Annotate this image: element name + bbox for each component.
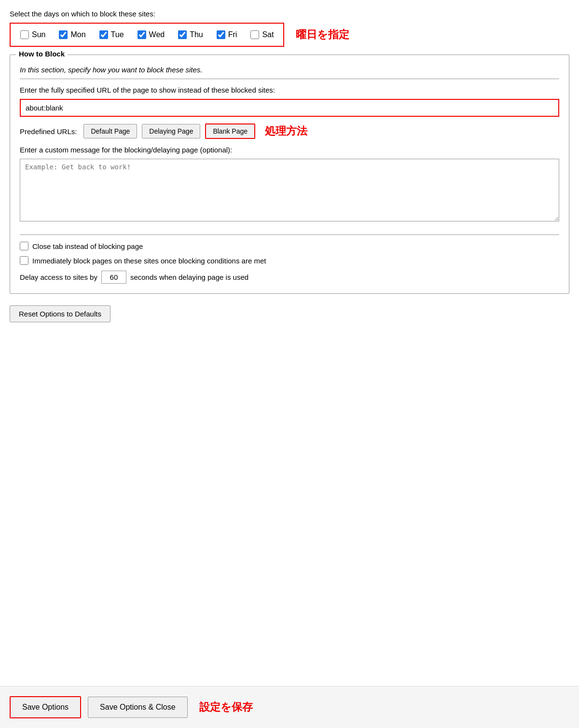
delaying-page-button[interactable]: Delaying Page	[142, 124, 200, 138]
delay-row: Delay access to sites by seconds when de…	[20, 271, 559, 284]
save-close-button[interactable]: Save Options & Close	[88, 697, 188, 718]
checkbox-sun[interactable]	[20, 30, 29, 39]
day-item-mon[interactable]: Mon	[59, 30, 85, 39]
immediately-checkbox[interactable]	[20, 256, 28, 265]
delay-suffix: seconds when delaying page is used	[130, 273, 248, 281]
delay-input[interactable]	[101, 271, 126, 284]
days-checkboxes-box: Sun Mon Tue Wed Thu	[10, 23, 284, 47]
divider-2	[20, 234, 559, 235]
delay-prefix: Delay access to sites by	[20, 273, 97, 281]
reset-section: Reset Options to Defaults	[10, 305, 569, 332]
day-label-fri: Fri	[228, 30, 237, 39]
processing-annotation: 処理方法	[265, 124, 307, 138]
day-label-sun: Sun	[32, 30, 45, 39]
save-section: Save Options Save Options & Close 設定を保存	[0, 686, 579, 728]
day-label-thu: Thu	[190, 30, 203, 39]
custom-msg-label: Enter a custom message for the blocking/…	[20, 146, 559, 154]
default-page-button[interactable]: Default Page	[83, 124, 137, 138]
close-tab-checkbox[interactable]	[20, 242, 28, 250]
checkbox-tue[interactable]	[99, 30, 108, 39]
checkbox-thu[interactable]	[178, 30, 187, 39]
save-annotation: 設定を保存	[199, 700, 253, 714]
how-to-block-section: How to Block In this section, specify ho…	[10, 55, 569, 294]
day-item-sat[interactable]: Sat	[250, 30, 274, 39]
page-wrapper: Select the days on which to block these …	[0, 0, 579, 728]
section-title: How to Block	[16, 50, 68, 58]
divider-1	[20, 79, 559, 79]
checkbox-mon[interactable]	[59, 30, 68, 39]
day-label-wed: Wed	[149, 30, 165, 39]
url-input[interactable]	[20, 99, 559, 117]
blank-page-button[interactable]: Blank Page	[205, 124, 255, 139]
predefined-label: Predefined URLs:	[20, 127, 77, 136]
day-label-sat: Sat	[262, 30, 274, 39]
checkbox-wed[interactable]	[138, 30, 146, 39]
days-section-label: Select the days on which to block these …	[10, 10, 569, 18]
day-item-tue[interactable]: Tue	[99, 30, 124, 39]
day-label-mon: Mon	[70, 30, 85, 39]
close-tab-label: Close tab instead of blocking page	[32, 242, 143, 250]
close-tab-row: Close tab instead of blocking page	[20, 242, 559, 250]
immediately-label: Immediately block pages on these sites o…	[32, 257, 266, 265]
days-row: Sun Mon Tue Wed Thu	[10, 23, 569, 47]
day-item-thu[interactable]: Thu	[178, 30, 203, 39]
immediately-row: Immediately block pages on these sites o…	[20, 256, 559, 265]
checkbox-sat[interactable]	[250, 30, 259, 39]
url-label: Enter the fully specified URL of the pag…	[20, 86, 559, 94]
checkbox-fri[interactable]	[217, 30, 225, 39]
predefined-row: Predefined URLs: Default Page Delaying P…	[20, 124, 559, 139]
custom-msg-textarea[interactable]	[20, 159, 559, 221]
days-section: Select the days on which to block these …	[10, 10, 569, 47]
day-item-wed[interactable]: Wed	[138, 30, 165, 39]
day-label-tue: Tue	[111, 30, 124, 39]
reset-button[interactable]: Reset Options to Defaults	[10, 305, 110, 322]
day-item-fri[interactable]: Fri	[217, 30, 237, 39]
save-options-button[interactable]: Save Options	[10, 696, 81, 718]
days-annotation: 曜日を指定	[296, 27, 349, 42]
day-item-sun[interactable]: Sun	[20, 30, 45, 39]
section-italic-text: In this section, specify how you want to…	[20, 66, 559, 74]
